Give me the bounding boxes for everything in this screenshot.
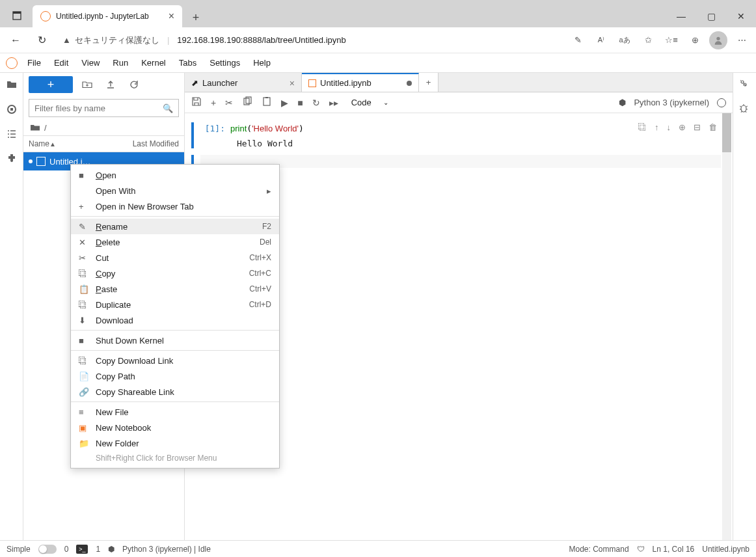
- insert-above-icon[interactable]: ⊕: [679, 122, 686, 135]
- menu-rename[interactable]: ✎RenameF2: [71, 219, 279, 234]
- svg-rect-1: [13, 12, 21, 14]
- restart-run-icon[interactable]: ▸▸: [329, 98, 338, 108]
- cell-code[interactable]: print('Hello World'): [230, 122, 638, 135]
- right-sidebar-rail: [733, 73, 756, 557]
- running-tab-icon[interactable]: [5, 103, 18, 116]
- restart-icon[interactable]: ↻: [312, 98, 320, 108]
- menu-delete[interactable]: ✕DeleteDel: [71, 234, 279, 250]
- upload-icon[interactable]: [101, 76, 120, 93]
- address-bar: ← ↻ ▲ セキュリティ保護なし | 192.168.198.190:8888/…: [0, 27, 756, 53]
- breadcrumb[interactable]: /: [23, 120, 184, 135]
- add-tab-button[interactable]: +: [419, 73, 439, 92]
- tab-launcher[interactable]: ⬈ Launcher ×: [185, 73, 302, 92]
- stop-icon[interactable]: ■: [297, 98, 303, 108]
- minimize-button[interactable]: —: [666, 5, 696, 27]
- cell-prompt: [1]:: [198, 122, 230, 135]
- close-window-button[interactable]: ✕: [726, 5, 756, 27]
- menu-file[interactable]: File: [27, 58, 41, 68]
- move-up-icon[interactable]: ↑: [655, 122, 659, 135]
- copy-icon[interactable]: [242, 96, 252, 109]
- simple-mode-toggle[interactable]: [38, 545, 57, 554]
- menu-duplicate[interactable]: ⿻DuplicateCtrl+D: [71, 297, 279, 312]
- delete-cell-icon[interactable]: 🗑: [709, 122, 717, 135]
- menu-copy[interactable]: ⿻CopyCtrl+C: [71, 265, 279, 281]
- tab-notebook[interactable]: Untitled.ipynb: [302, 73, 419, 92]
- tab-actions-icon[interactable]: [5, 4, 29, 27]
- favorites-bar-icon[interactable]: ☆≡: [662, 31, 681, 49]
- launcher-icon: ⬈: [191, 78, 198, 88]
- refresh-button[interactable]: ↻: [31, 30, 52, 51]
- profile-avatar[interactable]: [709, 31, 727, 49]
- toc-tab-icon[interactable]: [5, 128, 18, 141]
- menu-open[interactable]: ■Open: [71, 167, 279, 183]
- collections-icon[interactable]: ⊕: [686, 31, 704, 49]
- menu-run[interactable]: Run: [113, 58, 128, 68]
- cell-collapser[interactable]: [191, 122, 194, 148]
- url-text: 192.168.198.190:8888/lab/tree/Untitled.i…: [177, 35, 345, 45]
- kernel-status-icon[interactable]: [717, 98, 726, 107]
- run-icon[interactable]: ▶: [281, 98, 288, 108]
- url-field[interactable]: ▲ セキュリティ保護なし | 192.168.198.190:8888/lab/…: [57, 34, 563, 46]
- favorite-icon[interactable]: ✩: [639, 31, 657, 49]
- scrollbar[interactable]: [722, 113, 731, 557]
- cursor-position: Ln 1, Col 16: [653, 545, 695, 554]
- code-cell[interactable]: [1]: print('Hello World') ⿻ ↑ ↓ ⊕ ⊟ 🗑 He…: [191, 122, 721, 148]
- extensions-tab-icon[interactable]: [5, 152, 18, 165]
- menu-tabs[interactable]: Tabs: [179, 58, 196, 68]
- menu-new-file[interactable]: ≡New File: [71, 404, 279, 420]
- refresh-filebrowser-icon[interactable]: [125, 76, 143, 93]
- menu-copy-path[interactable]: 📄Copy Path: [71, 368, 279, 384]
- insert-below-icon[interactable]: ⊟: [694, 122, 701, 135]
- jupyter-logo-icon[interactable]: [0, 57, 23, 69]
- menu-new-notebook[interactable]: ▣New Notebook: [71, 420, 279, 435]
- close-icon[interactable]: ×: [290, 78, 295, 88]
- read-aloud-icon[interactable]: A⁾: [592, 31, 610, 49]
- insert-cell-icon[interactable]: +: [211, 98, 216, 108]
- menu-cut[interactable]: ✂CutCtrl+X: [71, 250, 279, 265]
- new-launcher-button[interactable]: +: [29, 76, 73, 93]
- cell-output: Hello World: [198, 139, 721, 148]
- debugger-icon[interactable]: ⬢: [619, 98, 626, 107]
- paste-icon[interactable]: [262, 96, 272, 109]
- more-icon[interactable]: ⋯: [733, 31, 751, 49]
- filter-files-input[interactable]: 🔍: [29, 99, 179, 117]
- menu-kernel[interactable]: Kernel: [141, 58, 166, 68]
- new-tab-button[interactable]: +: [186, 8, 206, 27]
- menu-open-new-tab[interactable]: +Open in New Browser Tab: [71, 198, 279, 214]
- cell-type-select[interactable]: Code ⌄: [351, 98, 388, 107]
- cut-icon[interactable]: ✂: [225, 98, 233, 108]
- menu-download[interactable]: ⬇Download: [71, 312, 279, 328]
- menu-open-with[interactable]: Open With▸: [71, 183, 279, 198]
- menu-paste[interactable]: 📋PasteCtrl+V: [71, 281, 279, 297]
- left-sidebar-rail: [0, 73, 23, 557]
- search-icon: 🔍: [163, 103, 173, 113]
- close-tab-icon[interactable]: ×: [169, 10, 174, 22]
- menu-new-folder[interactable]: 📁New Folder: [71, 435, 279, 451]
- move-down-icon[interactable]: ↓: [667, 122, 671, 135]
- filter-input-field[interactable]: [34, 103, 163, 113]
- browser-tab[interactable]: Untitled.ipynb - JupyterLab ×: [33, 5, 182, 27]
- new-folder-icon[interactable]: [78, 76, 96, 93]
- menu-settings[interactable]: Settings: [209, 58, 240, 68]
- translate-icon[interactable]: aあ: [615, 31, 634, 49]
- menu-shutdown-kernel[interactable]: ■Shut Down Kernel: [71, 333, 279, 348]
- menu-copy-download-link[interactable]: ⿻Copy Download Link: [71, 353, 279, 368]
- kernel-name[interactable]: Python 3 (ipykernel): [634, 98, 709, 107]
- back-button[interactable]: ←: [5, 30, 26, 51]
- save-icon[interactable]: [191, 96, 202, 109]
- menu-help[interactable]: Help: [253, 58, 271, 68]
- trust-icon[interactable]: 🛡: [637, 545, 645, 554]
- debugger-panel-icon[interactable]: [738, 103, 751, 116]
- terminal-icon[interactable]: >_: [76, 545, 88, 554]
- maximize-button[interactable]: ▢: [696, 5, 726, 27]
- filebrowser-tab-icon[interactable]: [5, 78, 18, 91]
- kernels-icon[interactable]: ⬢: [108, 545, 115, 554]
- menu-copy-shareable-link[interactable]: 🔗Copy Shareable Link: [71, 384, 279, 400]
- column-modified[interactable]: Last Modified: [133, 139, 179, 148]
- property-inspector-icon[interactable]: [738, 78, 751, 91]
- menu-edit[interactable]: Edit: [54, 58, 68, 68]
- write-icon[interactable]: ✎: [569, 31, 587, 49]
- menu-view[interactable]: View: [81, 58, 100, 68]
- duplicate-cell-icon[interactable]: ⿻: [638, 122, 647, 135]
- column-name[interactable]: Name: [29, 139, 49, 148]
